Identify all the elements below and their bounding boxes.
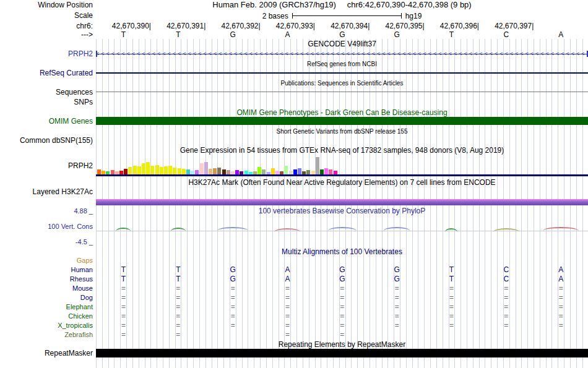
gtex-tissue-bar[interactable] — [316, 157, 319, 174]
gtex-tissue-bar[interactable] — [271, 168, 275, 174]
gtex-tissue-bar[interactable] — [164, 166, 168, 174]
phylop-mark — [493, 228, 519, 232]
gtex-tissue-bar[interactable] — [128, 167, 132, 174]
gtex-tissue-bar[interactable] — [222, 169, 226, 174]
gtex-bar-chart[interactable] — [97, 157, 340, 174]
gtex-tissue-bar[interactable] — [182, 169, 186, 174]
track-label-snps[interactable]: SNPs — [0, 98, 93, 106]
species-label-x_tropicalis[interactable]: X_tropicalis — [0, 322, 93, 330]
gtex-tissue-bar[interactable] — [227, 170, 230, 174]
alignment-cell: A — [534, 275, 588, 283]
gtex-tissue-bar[interactable] — [262, 169, 266, 174]
alignment-cell: A — [260, 266, 315, 274]
gtex-tissue-bar[interactable] — [257, 167, 261, 174]
track-title-gtex: Gene Expression in 54 tissues from GTEx … — [96, 147, 588, 155]
species-label-mouse[interactable]: Mouse — [0, 285, 93, 293]
alignment-cell: = — [260, 294, 315, 302]
species-label-rhesus[interactable]: Rhesus — [0, 275, 93, 283]
gtex-tissue-bar[interactable] — [160, 167, 163, 174]
gtex-tissue-bar[interactable] — [284, 166, 288, 174]
alignment-cell: C — [478, 266, 534, 274]
gtex-tissue-bar[interactable] — [293, 169, 297, 174]
alignment-cell: = — [424, 312, 479, 320]
strand-direction-arrows: <<<<<<<<<<<<<<<<<<<<<<<<<<<<<<<<<<<<<<<<… — [96, 51, 588, 57]
repeatmasker-bar[interactable] — [96, 349, 588, 357]
alignment-cell: T — [424, 266, 479, 274]
gtex-baseline — [96, 174, 588, 176]
gtex-tissue-bar[interactable] — [178, 168, 181, 174]
track-label-sequences[interactable]: Sequences — [0, 88, 93, 96]
strand-direction-label: ---> — [0, 31, 93, 39]
gtex-tissue-bar[interactable] — [298, 168, 301, 174]
species-label-dog[interactable]: Dog — [0, 294, 93, 302]
alignment-cell: = — [370, 322, 425, 330]
track-label-repeatmasker[interactable]: RepeatMasker — [0, 349, 93, 357]
gtex-tissue-bar[interactable] — [306, 170, 310, 174]
conservation-min-value: -4.5 _ — [0, 238, 93, 246]
gtex-tissue-bar[interactable] — [124, 169, 128, 174]
omim-gene-bar[interactable] — [96, 117, 588, 125]
gtex-tissue-bar[interactable] — [195, 170, 199, 174]
track-title-gencode: GENCODE V49lift37 — [96, 40, 588, 48]
gtex-tissue-bar[interactable] — [186, 169, 190, 174]
track-label-omim-genes[interactable]: OMIM Genes — [0, 118, 93, 126]
track-label-layered-h3k27ac[interactable]: Layered H3K27Ac — [0, 188, 93, 196]
alignment-cell: G — [205, 266, 261, 274]
gtex-tissue-bar[interactable] — [200, 163, 204, 174]
reference-base: G — [205, 31, 261, 39]
alignment-cell: = — [150, 285, 205, 293]
track-title-repeatmasker: Repeating Elements by RepeatMasker — [96, 341, 588, 349]
track-label-refseq-curated[interactable]: RefSeq Curated — [0, 69, 93, 77]
alignment-cell: = — [534, 285, 588, 293]
alignment-cell: = — [96, 285, 151, 293]
alignment-cell: = — [150, 303, 205, 311]
gtex-tissue-bar[interactable] — [168, 166, 172, 174]
gtex-tissue-bar[interactable] — [235, 170, 239, 174]
reference-base: G — [370, 31, 425, 39]
track-label-100-vert-cons[interactable]: 100 Vert. Cons — [0, 223, 93, 231]
gtex-tissue-bar[interactable] — [173, 168, 176, 174]
track-label-gtex-prph2[interactable]: PRPH2 — [0, 162, 93, 170]
gtex-tissue-bar[interactable] — [209, 169, 212, 174]
alignment-cell: G — [370, 266, 425, 274]
gtex-tissue-bar[interactable] — [320, 169, 324, 174]
refseq-curated-item[interactable] — [96, 72, 588, 74]
coordinate-label: 42,670,390| — [96, 22, 151, 30]
species-label-human[interactable]: Human — [0, 266, 93, 274]
h3k27ac-signal-bar[interactable] — [96, 199, 588, 205]
gtex-tissue-bar[interactable] — [324, 168, 328, 174]
assembly-position-header: Human Feb. 2009 (GRCh37/hg19) chr6:42,67… — [96, 1, 588, 9]
alignment-cell: G — [370, 275, 425, 283]
gtex-tissue-bar[interactable] — [111, 170, 115, 174]
gtex-tissue-bar[interactable] — [146, 162, 150, 174]
alignment-cell: T — [424, 275, 479, 283]
track-label-common-dbsnp[interactable]: Common dbSNP(155) — [0, 137, 93, 145]
alignment-cell: = — [534, 294, 588, 302]
alignment-cell: = — [260, 322, 315, 330]
coordinate-label: 42,670,396| — [424, 22, 479, 30]
label-scale: Scale — [0, 12, 93, 20]
species-label-elephant[interactable]: Elephant — [0, 303, 93, 311]
species-label-zebrafish[interactable]: Zebrafish — [0, 331, 93, 339]
gtex-tissue-bar[interactable] — [329, 169, 332, 174]
gtex-tissue-bar[interactable] — [97, 169, 101, 174]
gtex-tissue-bar[interactable] — [150, 166, 154, 174]
gtex-tissue-bar[interactable] — [155, 165, 159, 174]
track-title-h3k27ac: H3K27Ac Mark (Often Found Near Active Re… — [96, 179, 588, 187]
reference-base: T — [96, 31, 151, 39]
gtex-tissue-bar[interactable] — [137, 166, 141, 174]
track-label-gencode-prph2[interactable]: PRPH2 — [0, 50, 93, 58]
gtex-tissue-bar[interactable] — [204, 162, 208, 174]
alignment-cell: C — [478, 275, 534, 283]
alignment-cell: = — [370, 303, 425, 311]
reference-base: C — [478, 31, 534, 39]
track-label-gaps[interactable]: Gaps — [0, 257, 93, 265]
gtex-tissue-bar[interactable] — [142, 163, 145, 174]
publications-sequences-item[interactable] — [96, 92, 588, 92]
gencode-prph2-transcript[interactable]: <<<<<<<<<<<<<<<<<<<<<<<<<<<<<<<<<<<<<<<<… — [96, 51, 588, 57]
conservation-track[interactable] — [96, 215, 588, 246]
gtex-tissue-bar[interactable] — [213, 168, 217, 174]
gtex-tissue-bar[interactable] — [133, 166, 137, 174]
gtex-tissue-bar[interactable] — [217, 168, 221, 174]
species-label-chicken[interactable]: Chicken — [0, 312, 93, 320]
